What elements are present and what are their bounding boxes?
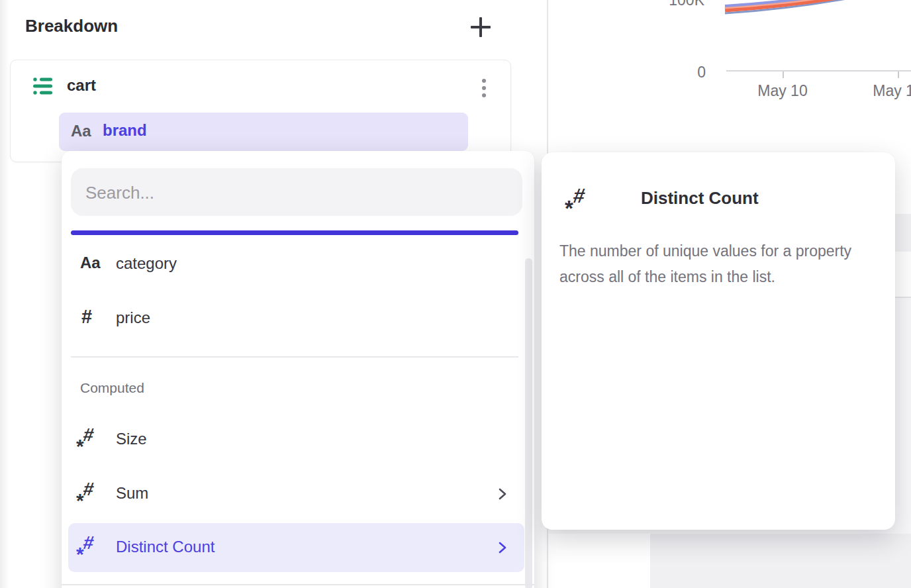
y-axis-tick-0: 0 (646, 64, 706, 81)
dropdown-item-size[interactable]: #* Size (68, 413, 524, 467)
x-axis-tick-may10: May 10 (743, 82, 822, 100)
distinct-count-info-card: #* Distinct Count The number of unique v… (542, 152, 895, 530)
breakdown-group-card: cart Aa brand (10, 60, 511, 162)
search-input[interactable] (84, 168, 510, 217)
chevron-right-icon (497, 486, 508, 502)
text-type-icon: Aa (80, 254, 101, 272)
breakdown-group-row-cart[interactable]: cart (11, 60, 510, 112)
x-axis-tick-mark (783, 72, 784, 78)
x-axis-tick-may12: May 12 (858, 82, 911, 100)
computed-section-label: Computed (80, 380, 144, 396)
dropdown-item-distinct-count[interactable]: #* Distinct Count (68, 523, 524, 572)
text-type-icon: Aa (71, 122, 91, 140)
chevron-right-icon (497, 540, 508, 556)
table-header-band (650, 534, 911, 588)
add-breakdown-button[interactable] (469, 16, 493, 40)
x-axis-line (726, 70, 911, 72)
table-sticky-column (548, 534, 650, 588)
info-card-description: The number of unique values for a proper… (559, 238, 896, 290)
dropdown-item-sum[interactable]: #* Sum (68, 467, 524, 521)
selected-property-label: brand (103, 121, 147, 140)
dropdown-divider (71, 356, 518, 358)
group-name: cart (67, 76, 96, 95)
breakdown-section-title: Breakdown (25, 16, 118, 36)
panel-edge-shadow (0, 0, 9, 588)
dropdown-divider (62, 584, 534, 585)
y-axis-tick-100k: 100K (645, 0, 704, 9)
property-dropdown: Aa category # price Computed #* Size #* … (62, 151, 534, 588)
list-icon (33, 77, 53, 95)
computed-number-icon: #* (77, 479, 104, 509)
line-chart-series (548, 0, 911, 106)
search-box (71, 168, 522, 216)
kebab-menu-icon[interactable] (481, 77, 487, 100)
number-type-icon: # (81, 306, 92, 328)
dropdown-item-category[interactable]: Aa category (68, 237, 524, 291)
selected-property-brand[interactable]: Aa brand (59, 113, 468, 151)
info-card-title: Distinct Count (641, 188, 879, 209)
computed-number-icon: #* (77, 532, 104, 563)
plus-icon (479, 17, 482, 37)
loading-progress-bar (71, 230, 518, 235)
computed-number-icon: #* (567, 184, 596, 216)
info-card-header: #* Distinct Count (567, 184, 596, 216)
insights-report-screen: 100K 0 May 10 May 12 Breakdown cart Aa b… (0, 0, 911, 588)
dropdown-scrollbar[interactable] (525, 258, 532, 588)
computed-number-icon: #* (77, 424, 104, 455)
x-axis-tick-mark (898, 72, 899, 78)
dropdown-item-price[interactable]: # price (68, 291, 524, 346)
